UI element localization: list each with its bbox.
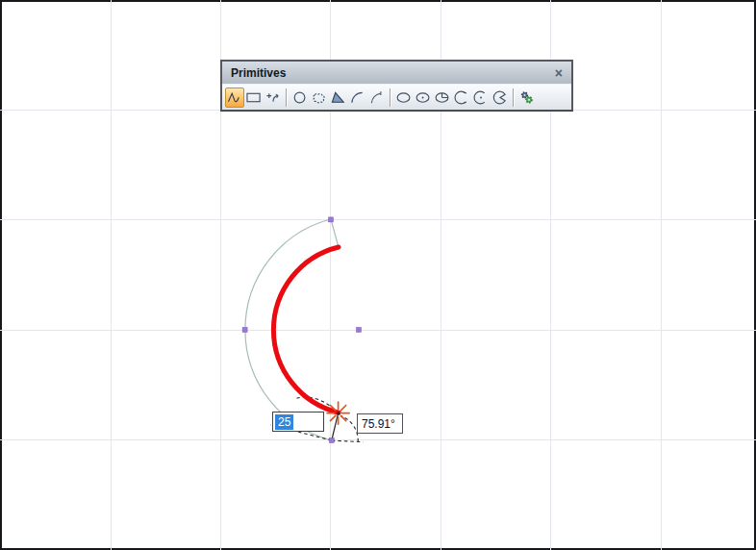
curve-icon — [368, 90, 386, 105]
radius-value-selected: 25 — [275, 414, 293, 430]
pie-slice-tool-button[interactable] — [491, 88, 510, 108]
arc-center-icon — [472, 90, 490, 105]
bezier-curve-tool-button[interactable] — [367, 88, 387, 108]
gears-icon — [518, 90, 536, 105]
primitives-settings-button[interactable] — [517, 88, 537, 108]
node-handle-center — [357, 328, 362, 333]
primitives-toolbar: Primitives × — [220, 60, 573, 111]
cloud-icon — [311, 90, 328, 105]
toolbar-separator — [286, 88, 288, 107]
ellipse-icon — [395, 90, 413, 105]
arc-icon — [349, 90, 366, 105]
arc-with-center-tool-button[interactable] — [471, 88, 491, 108]
open-arc-tool-button[interactable] — [452, 88, 471, 108]
rectangle-icon — [245, 90, 263, 105]
ellipse-with-center-tool-button[interactable] — [414, 88, 433, 108]
triangle-tool-button[interactable] — [329, 88, 348, 108]
arc-tool-button[interactable] — [348, 88, 367, 108]
add-node-tool-button[interactable] — [264, 88, 283, 108]
node-handle-left — [242, 328, 247, 333]
pie-icon — [491, 90, 509, 105]
circle-tool-button[interactable] — [290, 88, 310, 108]
toolbar-separator — [390, 88, 391, 107]
snap-marker-icon — [327, 402, 349, 424]
special-shape-tool-button[interactable] — [310, 88, 329, 108]
close-icon[interactable]: × — [555, 66, 563, 80]
toolbar-titlebar[interactable]: Primitives × — [222, 62, 571, 84]
polyline-tool-button[interactable] — [225, 88, 244, 108]
polyline-icon — [226, 90, 243, 105]
drawing-canvas[interactable]: Primitives × 25 75.91° — [0, 0, 756, 550]
open-arc-icon — [453, 90, 470, 105]
toolbar-buttons-row — [222, 84, 571, 110]
add-node-icon — [265, 90, 282, 105]
node-handle-top — [329, 217, 334, 222]
toolbar-separator — [513, 88, 515, 107]
triangle-icon — [330, 90, 347, 105]
ellipse-tool-button[interactable] — [394, 88, 414, 108]
node-handle-bottom — [329, 438, 334, 443]
toolbar-title: Primitives — [231, 66, 555, 80]
angle-readout: 75.91° — [357, 413, 403, 434]
radius-input[interactable]: 25 — [272, 412, 324, 432]
ellipse-pie-icon — [434, 90, 451, 105]
rectangle-tool-button[interactable] — [244, 88, 264, 108]
circle-icon — [291, 90, 309, 105]
ellipse-center-icon — [415, 90, 432, 105]
elliptical-pie-tool-button[interactable] — [433, 88, 452, 108]
angle-value: 75.91° — [362, 417, 395, 431]
